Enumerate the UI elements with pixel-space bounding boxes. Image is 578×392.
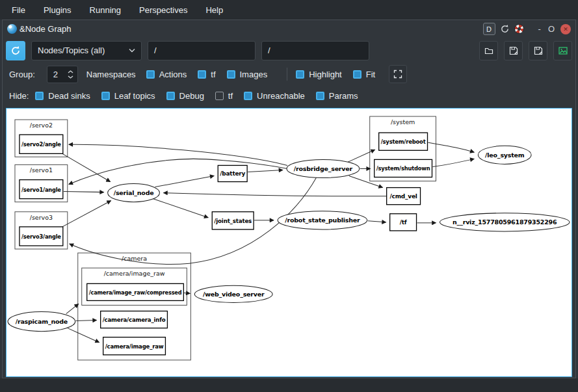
- save-icon: [508, 46, 519, 56]
- checkbox-box[interactable]: [166, 92, 175, 100]
- checkbox-box[interactable]: [146, 70, 155, 79]
- group-spinbox[interactable]: 2: [47, 66, 78, 83]
- checkbox-tf-group[interactable]: tf: [198, 70, 215, 79]
- topic-system_reboot-label: /system/reboot: [381, 138, 427, 145]
- topic-battery-label: /battery: [220, 170, 245, 177]
- edge-rosbridge_server-to-cmd_vel: [349, 176, 383, 188]
- edge-servo3_angle-to-serial_node: [62, 201, 111, 227]
- edge-servo1_angle-to-serial_node: [64, 192, 104, 192]
- checkbox-box[interactable]: [296, 70, 304, 79]
- rqt-window: File Plugins Running Perspectives Help &…: [0, 0, 578, 392]
- checkbox-box[interactable]: [244, 92, 252, 100]
- save-image-button[interactable]: [553, 41, 572, 60]
- dock-button[interactable]: D: [483, 23, 495, 35]
- edge-rosbridge_server-to-system_reboot: [348, 150, 375, 162]
- menu-running[interactable]: Running: [81, 1, 130, 19]
- graph-type-combo[interactable]: Nodes/Topics (all): [31, 41, 142, 60]
- menu-file[interactable]: File: [3, 1, 34, 19]
- checkbox-leaf-topics[interactable]: Leaf topics: [101, 91, 155, 101]
- fit-in-view-button[interactable]: [389, 65, 407, 83]
- topic-system_shutdown-label: /system/shutdown: [376, 165, 430, 172]
- node-web_video_server-label: /web_video_server: [203, 291, 265, 298]
- checkbox-highlight[interactable]: Highlight: [296, 70, 342, 79]
- checkbox-fit[interactable]: Fit: [353, 70, 375, 79]
- node-filter-input[interactable]: [148, 41, 256, 60]
- spin-arrows-icon[interactable]: [68, 70, 77, 79]
- toolbar-group: Group: 2 Namespaces Actions tf Images: [3, 63, 575, 85]
- checkbox-params[interactable]: Params: [316, 91, 358, 101]
- topic-camera_image_raw_compressed-label: /camera/image_raw/compressed: [89, 289, 182, 296]
- separator: [287, 68, 287, 81]
- menu-plugins[interactable]: Plugins: [34, 1, 81, 19]
- topic-filter-input[interactable]: [261, 41, 369, 60]
- window-bottom-strip: [0, 378, 578, 392]
- toolbar-hide: Hide: Dead sinks Leaf topics Debug tf Un…: [3, 85, 575, 106]
- dock-titlebar: &Node Graph D - O ✕: [3, 20, 575, 38]
- dock-title: &Node Graph: [20, 24, 72, 34]
- group-camera_group-label: /camera: [122, 255, 147, 262]
- graph-canvas[interactable]: /servo2/servo1/servo3/system/camera/came…: [6, 108, 572, 377]
- node-graph-dock: &Node Graph D - O ✕ Nodes/Topics (all): [2, 20, 576, 378]
- reload-icon[interactable]: [500, 24, 510, 34]
- checkbox-box[interactable]: [215, 92, 224, 100]
- menu-help[interactable]: Help: [196, 1, 232, 19]
- checkbox-hide-tf[interactable]: tf: [215, 91, 233, 101]
- node-rosbridge_server-label: /rosbridge_server: [294, 165, 353, 172]
- group-servo3_group-label: /servo3: [30, 214, 53, 221]
- edge-system_shutdown-to-leo_system: [432, 159, 474, 166]
- checkbox-box[interactable]: [227, 70, 235, 79]
- edge-raspicam_node-to-camera_image_raw_group: [66, 304, 79, 313]
- edge-robot_state_publisher-to-tf: [368, 221, 386, 222]
- node-serial_node-label: /serial_node: [114, 189, 154, 196]
- toolbar-main: Nodes/Topics (all): [3, 38, 575, 63]
- topic-camera_image_raw-label: /camera/image_raw: [105, 343, 164, 350]
- edge-cmd_vel-to-serial_node: [163, 193, 386, 196]
- checkbox-images[interactable]: Images: [227, 70, 268, 79]
- topic-camera_camera_info-label: /camera/camera_info: [103, 317, 166, 323]
- menu-bar: File Plugins Running Perspectives Help: [0, 0, 578, 20]
- node-robot_state_publisher-label: /robot_state_publisher: [285, 216, 360, 224]
- namespaces-label: Namespaces: [86, 70, 136, 79]
- checkbox-debug[interactable]: Debug: [166, 91, 204, 101]
- refresh-button[interactable]: [6, 41, 25, 60]
- checkbox-unreachable[interactable]: Unreachable: [244, 91, 305, 101]
- save-dot-button[interactable]: [504, 41, 523, 60]
- graph-type-value: Nodes/Topics (all): [38, 46, 129, 55]
- checkbox-box[interactable]: [198, 70, 206, 79]
- help-icon[interactable]: [514, 24, 524, 34]
- save-svg-button[interactable]: [529, 41, 547, 60]
- float-button[interactable]: O: [547, 24, 556, 34]
- group-system_group-label: /system: [391, 118, 415, 125]
- checkbox-box[interactable]: [101, 92, 110, 100]
- node-leo_system-label: /leo_system: [485, 151, 525, 159]
- node-rviz-label: n__rviz_1577805961879352296: [453, 218, 557, 226]
- group-servo1_group-label: /servo1: [30, 166, 53, 174]
- group-label: Group:: [9, 70, 35, 79]
- group-camera_image_raw_group-label: /camera/image_raw: [104, 270, 165, 277]
- checkbox-actions[interactable]: Actions: [146, 70, 187, 79]
- edge-serial_node-to-battery: [155, 176, 214, 187]
- topic-servo1_angle-label: /servo1/angle: [21, 187, 61, 193]
- checkbox-box[interactable]: [316, 92, 324, 100]
- edge-battery-to-rosbridge_server: [248, 170, 283, 172]
- image-icon: [558, 46, 568, 56]
- edge-camera_image_raw_compressed-to-web_video_server: [183, 293, 190, 293]
- checkbox-box[interactable]: [35, 92, 44, 100]
- checkbox-box[interactable]: [353, 70, 361, 79]
- edge-raspicam_node-to-camera_image_raw: [68, 328, 99, 343]
- open-dot-button[interactable]: [479, 41, 498, 60]
- hide-label: Hide:: [9, 91, 29, 101]
- save-as-icon: [533, 46, 544, 56]
- chevron-down-icon: [129, 48, 135, 53]
- minimize-button[interactable]: -: [537, 24, 542, 34]
- topic-tf-label: /tf: [400, 219, 407, 226]
- close-button[interactable]: ✕: [560, 24, 571, 34]
- group-servo2_group-label: /servo2: [30, 122, 53, 129]
- topic-joint_states-label: /joint_states: [214, 218, 252, 224]
- fit-icon: [393, 69, 403, 79]
- node-graph-svg: /servo2/servo1/servo3/system/camera/came…: [7, 109, 571, 376]
- checkbox-dead-sinks[interactable]: Dead sinks: [35, 91, 90, 101]
- topic-servo3_angle-label: /servo3/angle: [21, 233, 61, 240]
- menu-perspectives[interactable]: Perspectives: [130, 1, 196, 19]
- group-value: 2: [53, 70, 68, 79]
